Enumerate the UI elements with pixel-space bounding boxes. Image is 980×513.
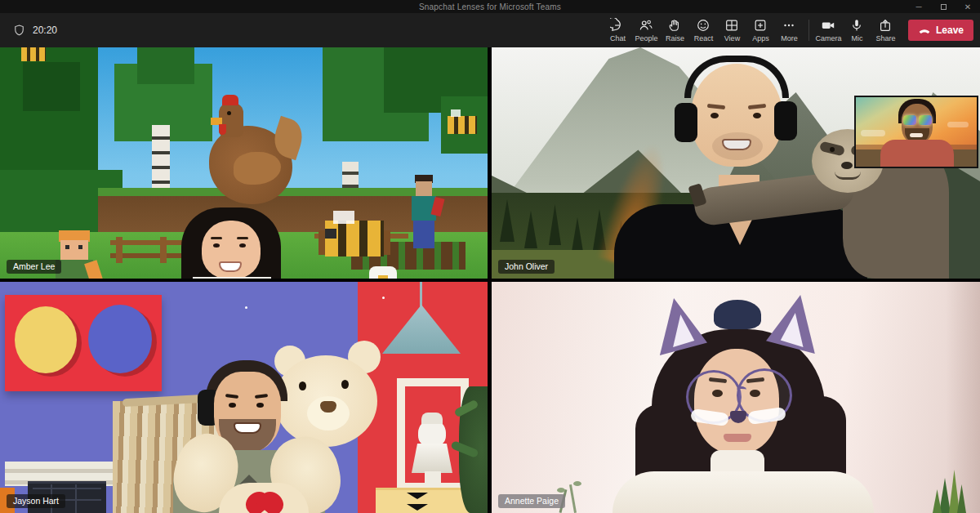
share-label: Share bbox=[875, 34, 895, 42]
decor-shape bbox=[333, 211, 354, 224]
self-view-video bbox=[856, 97, 977, 167]
decor-shape bbox=[229, 403, 236, 408]
wall-art-blue-circle bbox=[88, 305, 152, 373]
wall-art-yellow-circle bbox=[15, 306, 77, 373]
apps-label: Apps bbox=[752, 34, 769, 42]
toolbar-divider bbox=[808, 20, 809, 41]
raise-label: Raise bbox=[666, 34, 684, 42]
chat-label: Chat bbox=[610, 34, 626, 42]
rainbow-glasses bbox=[903, 115, 916, 125]
raise-hand-icon bbox=[667, 18, 682, 33]
sweater bbox=[612, 471, 874, 513]
more-button[interactable]: More bbox=[775, 13, 804, 47]
decor-shape bbox=[65, 245, 69, 249]
maximize-icon bbox=[941, 4, 947, 10]
decor-shape bbox=[841, 162, 853, 169]
amber-shoulders bbox=[193, 277, 271, 279]
decor-shape bbox=[413, 221, 434, 248]
decor-shape bbox=[378, 275, 388, 279]
decor-shape bbox=[341, 380, 349, 389]
bee-large bbox=[325, 221, 384, 256]
chat-button[interactable]: Chat bbox=[604, 13, 632, 47]
decor-shape bbox=[412, 444, 452, 473]
decor-shape bbox=[213, 243, 220, 248]
react-label: React bbox=[694, 34, 714, 42]
decor-shape bbox=[256, 403, 264, 408]
more-label: More bbox=[781, 34, 798, 42]
decor-shape bbox=[382, 297, 385, 299]
minimize-button[interactable]: ─ bbox=[906, 0, 931, 13]
leave-button[interactable]: Leave bbox=[908, 20, 973, 41]
decor-shape bbox=[116, 237, 122, 263]
decor-shape bbox=[737, 386, 746, 393]
decor-shape bbox=[234, 422, 261, 434]
titlebar: Snapchat Lenses for Microsoft Teams ─ ✕ bbox=[0, 0, 980, 13]
decor-shape bbox=[451, 109, 461, 117]
decor-shape bbox=[78, 245, 82, 249]
decor-shape bbox=[933, 489, 942, 513]
video-grid: Amber Lee bbox=[0, 47, 980, 513]
decor-shape bbox=[557, 488, 565, 493]
hangup-phone-icon bbox=[918, 25, 931, 35]
rainbow-glasses bbox=[919, 115, 932, 125]
decor-shape bbox=[425, 471, 441, 489]
video-tile-amber-lee[interactable]: Amber Lee bbox=[0, 47, 488, 279]
decor-shape bbox=[861, 130, 885, 136]
mic-button[interactable]: Mic bbox=[843, 13, 871, 47]
self-view-tile[interactable] bbox=[854, 96, 978, 168]
participant-name-label: Annette Paige bbox=[498, 494, 565, 508]
view-label: View bbox=[724, 34, 740, 42]
headphone-band bbox=[684, 56, 789, 98]
bee bbox=[448, 116, 477, 134]
headphone-earcup bbox=[675, 103, 697, 142]
decor-shape bbox=[23, 62, 80, 111]
decor-shape bbox=[237, 237, 248, 239]
decor-shape bbox=[416, 181, 432, 196]
more-dots-icon bbox=[782, 18, 796, 33]
decor-shape bbox=[227, 111, 231, 115]
pendant-lamp-cord bbox=[420, 282, 422, 306]
decor-shape bbox=[219, 261, 242, 272]
video-tile-jayson-hart[interactable]: Jayson Hart bbox=[0, 282, 488, 513]
view-grid-icon bbox=[724, 18, 739, 33]
participant-name-label: John Oliver bbox=[498, 260, 555, 274]
people-button[interactable]: People bbox=[632, 13, 661, 47]
leave-label: Leave bbox=[936, 25, 964, 36]
meeting-toolbar: 20:20 Chat People Raise React View bbox=[0, 13, 980, 47]
decor-shape bbox=[137, 47, 194, 84]
react-smiley-icon bbox=[696, 18, 710, 33]
meeting-timer: 20:20 bbox=[33, 25, 57, 36]
camera-icon bbox=[821, 18, 835, 33]
decor-shape bbox=[835, 172, 861, 180]
camera-label: Camera bbox=[815, 34, 841, 42]
maximize-button[interactable] bbox=[931, 0, 956, 13]
video-tile-annette-paige[interactable]: Annette Paige bbox=[492, 282, 980, 513]
decor-shape bbox=[60, 240, 88, 260]
decor-shape bbox=[710, 113, 719, 118]
view-button[interactable]: View bbox=[718, 13, 746, 47]
react-button[interactable]: React bbox=[689, 13, 718, 47]
self-shirt bbox=[880, 140, 954, 167]
toolbar-buttons: Chat People Raise React View Apps bbox=[604, 13, 973, 47]
decor-shape bbox=[947, 122, 969, 127]
decor-shape bbox=[946, 282, 980, 513]
decor-shape bbox=[724, 434, 751, 442]
participant-name-label: Jayson Hart bbox=[7, 494, 65, 508]
people-icon bbox=[639, 18, 653, 33]
apps-icon bbox=[753, 18, 768, 33]
mic-icon bbox=[849, 18, 864, 33]
decor-shape bbox=[160, 237, 167, 263]
window-title: Snapchat Lenses for Microsoft Teams bbox=[0, 2, 980, 11]
raise-button[interactable]: Raise bbox=[661, 13, 689, 47]
decor-shape bbox=[712, 132, 763, 160]
close-button[interactable]: ✕ bbox=[956, 0, 980, 13]
decor-shape bbox=[245, 306, 247, 309]
decor-shape bbox=[830, 147, 835, 152]
share-button[interactable]: Share bbox=[871, 13, 900, 47]
teams-meeting-window: Snapchat Lenses for Microsoft Teams ─ ✕ … bbox=[0, 0, 980, 513]
decor-shape bbox=[569, 484, 577, 513]
camera-button[interactable]: Camera bbox=[814, 13, 843, 47]
minimize-icon: ─ bbox=[915, 2, 921, 11]
hair-bun bbox=[714, 300, 761, 329]
apps-button[interactable]: Apps bbox=[746, 13, 775, 47]
